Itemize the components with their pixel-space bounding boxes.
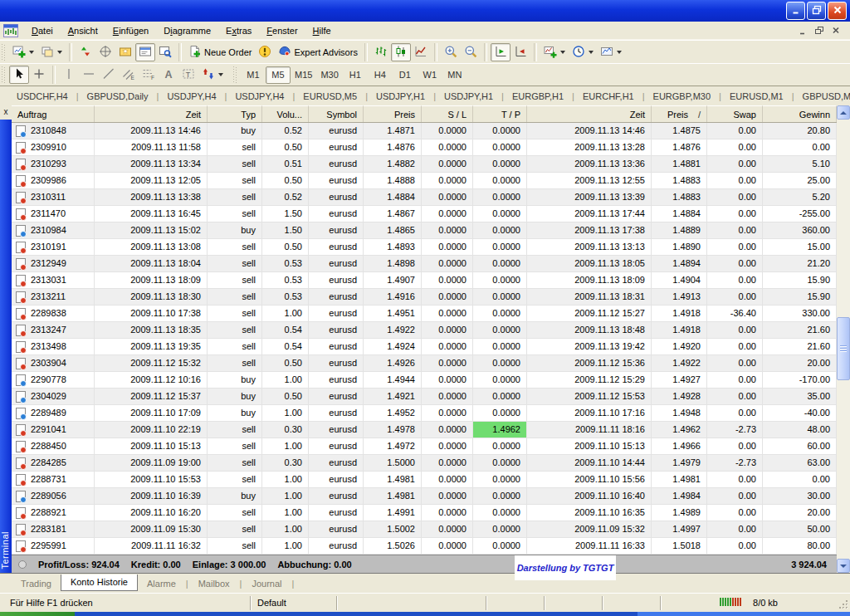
history-row[interactable]: 22910412009.11.10 22:19sell0.30eurusd1.4… — [12, 422, 837, 438]
candlestick-chart-button[interactable] — [391, 43, 411, 61]
history-row[interactable]: 22898382009.11.10 17:38sell1.00eurusd1.4… — [12, 306, 837, 322]
terminal-tab-alarme[interactable]: Alarme — [138, 576, 185, 591]
data-window-button[interactable] — [95, 43, 115, 61]
menu-item-diagramme[interactable]: Diagramme — [156, 23, 218, 38]
history-row[interactable]: 23039042009.11.12 15:32sell0.50eurusd1.4… — [12, 355, 837, 372]
history-row[interactable]: 23099862009.11.13 12:05sell0.50eurusd1.4… — [12, 173, 837, 189]
text-button[interactable]: A — [159, 66, 178, 84]
period-button-d1[interactable]: D1 — [393, 66, 418, 84]
period-button-m15[interactable]: M15 — [291, 66, 316, 84]
column-header-gewinn[interactable]: Gewinn — [763, 105, 837, 122]
mdi-close-button[interactable] — [829, 25, 843, 37]
zoom-in-button[interactable] — [441, 43, 461, 61]
crosshair-button[interactable] — [29, 66, 49, 84]
cursor-button[interactable] — [9, 66, 29, 84]
chart-tab-eurgbp-h1[interactable]: EURGBP,H1 — [504, 91, 572, 101]
line-chart-button[interactable] — [411, 43, 431, 61]
text-label-button[interactable]: T — [178, 66, 198, 84]
period-button-m1[interactable]: M1 — [241, 66, 266, 84]
chart-tab-gbpusd-m15[interactable]: GBPUSD,M15 — [794, 91, 850, 101]
restore-button[interactable] — [807, 2, 826, 20]
zoom-out-button[interactable] — [461, 43, 481, 61]
menu-item-extras[interactable]: Extras — [218, 23, 259, 38]
history-row[interactable]: 22894892009.11.10 17:09buy1.00eurusd1.49… — [12, 405, 837, 422]
history-row[interactable]: 23132112009.11.13 18:30sell0.53eurusd1.4… — [12, 289, 837, 306]
mdi-restore-button[interactable] — [813, 25, 827, 37]
menu-item-einfgen[interactable]: Einfügen — [105, 23, 156, 38]
column-header-volu[interactable]: Volu... — [262, 105, 309, 122]
menu-item-hilfe[interactable]: Hilfe — [305, 23, 339, 38]
scrollbar-thumb[interactable] — [837, 317, 850, 380]
navigator-button[interactable] — [115, 43, 135, 61]
chart-tab-eurusd-m5[interactable]: EURUSD,M5 — [295, 91, 365, 101]
fibonacci-button[interactable]: F — [139, 66, 159, 84]
column-header-sl[interactable]: S / L — [422, 105, 473, 122]
column-header-symbol[interactable]: Symbol — [309, 105, 364, 122]
neue-order-button[interactable]: Neue Order — [185, 43, 255, 61]
market-watch-button[interactable] — [76, 43, 95, 61]
chart-shift-button[interactable] — [510, 43, 530, 61]
indicators-button[interactable] — [540, 43, 569, 61]
column-header-tp[interactable]: T / P — [473, 105, 527, 122]
chart-tab-eurgbp-m30[interactable]: EURGBP,M30 — [645, 91, 720, 101]
history-row[interactable]: 23108482009.11.13 14:46buy0.52eurusd1.48… — [12, 123, 837, 139]
period-button-h1[interactable]: H1 — [343, 66, 368, 84]
close-button[interactable] — [828, 2, 847, 20]
chart-tab-eurusd-m1[interactable]: EURUSD,M1 — [721, 91, 792, 101]
templates-button[interactable] — [597, 43, 625, 61]
trendline-button[interactable] — [99, 66, 119, 84]
period-button-m30[interactable]: M30 — [316, 66, 342, 84]
equidistant-channel-button[interactable]: E — [119, 66, 139, 84]
profiles-button[interactable] — [37, 43, 66, 61]
periods-button[interactable] — [569, 43, 597, 61]
history-row[interactable]: 23134982009.11.13 19:35sell0.54eurusd1.4… — [12, 339, 837, 355]
history-row[interactable]: 22887312009.11.10 15:53sell1.00eurusd1.4… — [12, 472, 837, 488]
history-row[interactable]: 22890562009.11.10 16:39buy1.00eurusd1.49… — [12, 488, 837, 505]
app-icon[interactable] — [3, 24, 18, 37]
vertical-line-button[interactable] — [59, 66, 79, 84]
chart-tab-usdjpy-h4[interactable]: USDJPY,H4 — [159, 91, 224, 101]
expert-advisors-button[interactable]: Expert Advisors — [275, 43, 360, 61]
horizontal-line-button[interactable] — [79, 66, 99, 84]
period-button-w1[interactable]: W1 — [418, 66, 442, 84]
minimize-button[interactable] — [786, 2, 805, 20]
column-header-swap[interactable]: Swap — [707, 105, 763, 122]
terminal-tab-trading[interactable]: Trading — [12, 576, 61, 591]
menu-item-fenster[interactable]: Fenster — [259, 23, 305, 38]
chart-tab-usdjpy-h1[interactable]: USDJPY,H1 — [368, 91, 433, 101]
column-header-auftrag[interactable]: Auftrag — [12, 105, 95, 122]
scroll-up-icon[interactable] — [837, 105, 850, 120]
arrows-button[interactable] — [198, 66, 227, 84]
history-row[interactable]: 22889212009.11.10 16:20sell1.00eurusd1.4… — [12, 505, 837, 521]
chart-tab-eurchf-h1[interactable]: EURCHF,H1 — [574, 91, 642, 101]
terminal-tab-konto-historie[interactable]: Konto Historie — [61, 574, 138, 591]
bar-chart-button[interactable] — [371, 43, 391, 61]
auto-scroll-button[interactable] — [491, 43, 510, 61]
period-button-m5[interactable]: M5 — [266, 66, 291, 84]
chart-tab-usdchf-h4[interactable]: USDCHF,H4 — [8, 91, 76, 101]
period-button-mn[interactable]: MN — [442, 66, 467, 84]
period-button-h4[interactable]: H4 — [368, 66, 393, 84]
history-row[interactable]: 23129492009.11.13 18:04sell0.53eurusd1.4… — [12, 256, 837, 272]
history-row[interactable]: 22907782009.11.12 10:16buy1.00eurusd1.49… — [12, 372, 837, 389]
new-chart-button[interactable] — [9, 43, 37, 61]
history-row[interactable]: 23130312009.11.13 18:09sell0.53eurusd1.4… — [12, 272, 837, 289]
history-row[interactable]: 22842852009.11.09 19:00sell0.30eurusd1.5… — [12, 455, 837, 472]
history-row[interactable]: 23099102009.11.13 11:58sell0.50eurusd1.4… — [12, 139, 837, 156]
chart-tab-usdjpy-h1[interactable]: USDJPY,H1 — [436, 91, 501, 101]
chart-tab-gbpusd-daily[interactable]: GBPUSD,Daily — [79, 91, 157, 101]
history-row[interactable]: 23109842009.11.13 15:02buy1.50eurusd1.48… — [12, 222, 837, 239]
menu-item-ansicht[interactable]: Ansicht — [61, 23, 105, 38]
column-header-preis[interactable]: Preis/ — [652, 105, 707, 122]
history-row[interactable]: 23114702009.11.13 16:45sell1.50eurusd1.4… — [12, 206, 837, 222]
scroll-down-icon[interactable] — [837, 559, 850, 573]
history-row[interactable]: 23103112009.11.13 13:38sell0.52eurusd1.4… — [12, 189, 837, 206]
history-row[interactable]: 23040292009.11.12 15:37buy0.50eurusd1.49… — [12, 389, 837, 405]
column-header-zeit[interactable]: Zeit — [527, 105, 652, 122]
column-header-zeit[interactable]: Zeit — [95, 105, 208, 122]
metaeditor-button[interactable] — [255, 43, 275, 61]
chart-tab-usdjpy-h4[interactable]: USDJPY,H4 — [227, 91, 292, 101]
terminal-button[interactable] — [135, 43, 155, 61]
terminal-tab-mailbox[interactable]: Mailbox — [189, 576, 239, 591]
vertical-scrollbar[interactable] — [837, 105, 850, 573]
